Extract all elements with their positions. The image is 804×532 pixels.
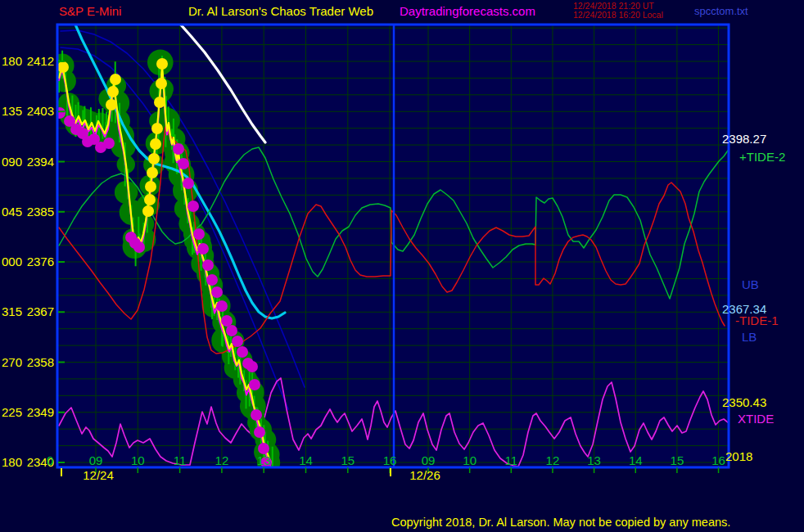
y-axis-price-label: 2385 — [27, 205, 54, 219]
y-axis-degrees-label: 135 — [2, 104, 22, 118]
y-axis-degrees-label: 225 — [2, 405, 22, 419]
date-label: 12/26 — [409, 468, 440, 482]
hour-label: 13 — [587, 453, 601, 467]
y-axis-price-label: 2403 — [27, 104, 54, 118]
y-axis-price-label: 2376 — [27, 255, 54, 268]
hour-label: 12 — [215, 453, 229, 467]
date-label: 12/24 — [83, 468, 114, 482]
y-axis-degrees-label: 315 — [2, 304, 22, 318]
right-label-xtide: XTIDE — [738, 412, 774, 426]
hour-label: 14 — [299, 453, 313, 467]
right-label--tide-1: -TIDE-1 — [735, 313, 779, 327]
y-axis-degrees-label: 270 — [2, 355, 22, 369]
y-axis-price-label: 2358 — [27, 355, 54, 369]
hour-label: 10 — [131, 453, 145, 467]
y-axis-price-label: 2349 — [27, 405, 54, 419]
hour-label: 13 — [257, 453, 271, 467]
right-label-ub: UB — [742, 277, 759, 291]
hour-label: 12 — [546, 453, 560, 467]
hour-label: 09 — [89, 453, 103, 467]
y-axis-degrees-label: 000 — [2, 255, 22, 268]
right-label-235043: 2350.43 — [722, 395, 766, 409]
y-axis-degrees-label: 180 — [2, 455, 22, 469]
year-label: 2018 — [725, 449, 752, 463]
y-axis-price-label: 2394 — [27, 155, 54, 169]
y-axis-degrees-label: 180 — [2, 54, 22, 68]
hour-label: 09 — [422, 453, 436, 467]
chart-canvas: 1802412135240309023940452385000237631523… — [0, 0, 804, 532]
right-label-239827: 2398.27 — [722, 132, 766, 146]
right-label-lb: LB — [742, 330, 757, 344]
hour-label: 10 — [463, 453, 477, 467]
hour-label: 11 — [505, 453, 518, 467]
right-label-+tide-2: +TIDE-2 — [739, 150, 785, 164]
hour-label: 16 — [383, 453, 397, 467]
y-axis-degrees-label: 090 — [2, 155, 22, 169]
hour-label: 16 — [711, 453, 725, 467]
hour-label: 15 — [341, 453, 355, 467]
hour-label-partial: 0 — [47, 453, 53, 467]
y-axis-price-label: 2412 — [27, 54, 54, 68]
y-axis-degrees-label: 045 — [2, 205, 22, 219]
hour-label: 14 — [629, 453, 643, 467]
hour-label: 11 — [174, 453, 187, 467]
y-axis-price-label: 2367 — [27, 304, 54, 318]
hour-label: 15 — [671, 453, 684, 467]
